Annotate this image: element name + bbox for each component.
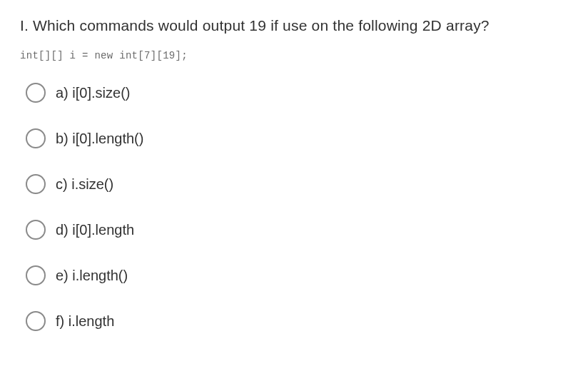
question-code: int[][] i = new int[7][19]; [20,50,568,61]
option-b[interactable]: b) i[0].length() [26,128,568,148]
option-label: a) i[0].size() [56,85,130,101]
option-c[interactable]: c) i.size() [26,174,568,194]
option-label: c) i.size() [56,176,113,193]
option-label: b) i[0].length() [56,131,143,147]
option-label: e) i.length() [56,268,128,284]
option-e[interactable]: e) i.length() [26,265,568,285]
radio-icon[interactable] [26,128,46,148]
radio-icon[interactable] [26,174,46,194]
options-container: a) i[0].size() b) i[0].length() c) i.siz… [20,83,568,331]
option-d[interactable]: d) i[0].length [26,220,568,240]
radio-icon[interactable] [26,311,46,331]
option-a[interactable]: a) i[0].size() [26,83,568,103]
option-f[interactable]: f) i.length [26,311,568,331]
radio-icon[interactable] [26,83,46,103]
radio-icon[interactable] [26,265,46,285]
radio-icon[interactable] [26,220,46,240]
option-label: f) i.length [56,313,114,330]
option-label: d) i[0].length [56,222,134,238]
question-title: I. Which commands would output 19 if use… [20,17,568,34]
